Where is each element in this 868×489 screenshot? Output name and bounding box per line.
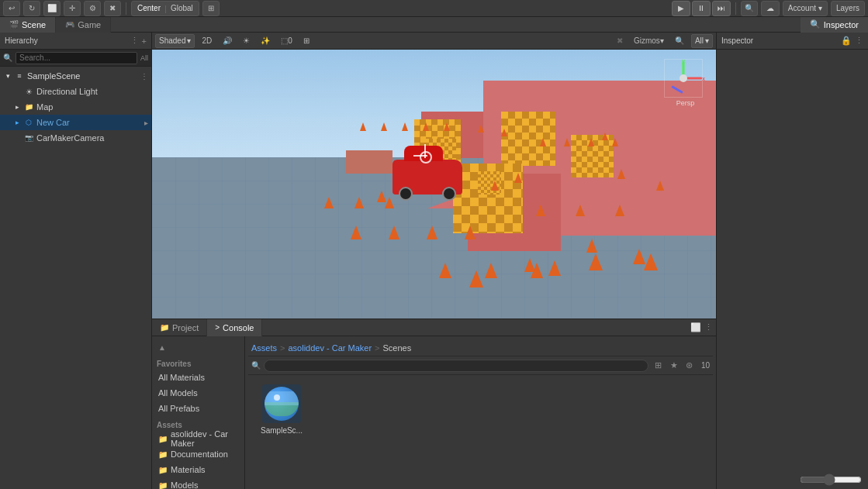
transform-button[interactable]: ✛: [64, 1, 81, 16]
map-icon: 📁: [23, 102, 34, 112]
scene-view[interactable]: x y Persp: [152, 50, 716, 319]
breadcrumb-sep-1: >: [280, 343, 285, 353]
scene-canvas: x y Persp: [152, 50, 716, 319]
bottom-menu-button[interactable]: ⋮: [704, 322, 713, 332]
project-item-all-models[interactable]: All Models: [152, 385, 244, 401]
cloud-button[interactable]: ☁: [761, 1, 780, 16]
inspector-lock-button[interactable]: 🔒: [841, 36, 852, 46]
all-materials-label: All Materials: [158, 373, 205, 382]
hierarchy-item-new-car[interactable]: ▸ ⬡ New Car ▸: [0, 115, 151, 130]
hierarchy-header: Hierarchy ⋮ +: [0, 33, 151, 50]
tab-game[interactable]: 🎮 Game: [56, 17, 111, 33]
settings-button[interactable]: ⚙: [84, 1, 101, 16]
hierarchy-add-button[interactable]: +: [142, 36, 147, 46]
transform-group: Center | Global: [131, 1, 199, 16]
console-tab-label: Console: [223, 323, 254, 332]
breadcrumb-car-maker[interactable]: asoliddev - Car Maker: [288, 343, 372, 353]
persp-label: Persp: [664, 99, 707, 107]
expand-icon-dl: [12, 87, 22, 96]
close-button[interactable]: ✖: [104, 1, 121, 16]
layers-button[interactable]: Layers: [831, 1, 865, 16]
scene-menu-button[interactable]: ⋮: [140, 72, 148, 81]
save-layout-button[interactable]: ⊞: [652, 359, 666, 373]
step-button[interactable]: ⏭: [712, 1, 731, 16]
redo-button[interactable]: ↻: [23, 1, 40, 16]
hierarchy-item-samplescene[interactable]: ▾ ≡ SampleScene ⋮: [0, 68, 151, 84]
select-button[interactable]: ⬜: [43, 1, 61, 16]
project-item-car-maker[interactable]: 📁 asoliddev - Car Maker: [152, 431, 244, 446]
account-button[interactable]: Account ▾: [783, 1, 828, 16]
inspector-tab[interactable]: 🔍 Inspector: [801, 17, 868, 33]
all-dropdown[interactable]: All ▾: [691, 34, 713, 48]
asset-item-samplescene[interactable]: SampleSc...: [254, 381, 309, 438]
inspector-menu-button[interactable]: ⋮: [855, 36, 863, 46]
bottom-content: ▲ Favorites All Materials All Models All…: [152, 336, 716, 489]
scene-tab-icon: 🎬: [9, 20, 19, 29]
hierarchy-menu-button[interactable]: ⋮: [130, 36, 139, 46]
folder-icon-models: 📁: [158, 481, 168, 490]
hierarchy-item-carmakercamera[interactable]: 📷 CarMakerCamera: [0, 130, 151, 146]
all-prefabs-label: All Prefabs: [158, 404, 199, 413]
pink-block-left: [346, 150, 393, 174]
expand-icon-car: ▸: [12, 118, 22, 127]
hierarchy-item-map[interactable]: ▸ 📁 Map: [0, 99, 151, 115]
grid-button[interactable]: ⊞: [202, 1, 220, 16]
inspector-panel-title: Inspector: [721, 36, 838, 45]
project-up-button[interactable]: ▲: [152, 339, 244, 355]
layer-toggle[interactable]: ⬚ 0: [277, 34, 296, 48]
favorite-button[interactable]: ★: [667, 359, 681, 373]
scene-icon: ≡: [14, 71, 25, 81]
project-asset-icons: ⊞ ★ ⊛ 10: [652, 359, 710, 373]
shaded-dropdown[interactable]: Shaded ▾: [155, 34, 195, 48]
center-option[interactable]: Center: [135, 4, 163, 12]
gizmo-compass: x y Persp: [664, 59, 707, 113]
inspector-content: [717, 50, 868, 489]
directional-light-icon: ☀: [23, 86, 34, 97]
expand-icon-map: ▸: [12, 102, 22, 112]
tab-project[interactable]: 📁 Project: [152, 319, 207, 336]
search-scene-button[interactable]: 🔍: [671, 34, 688, 48]
lighting-button[interactable]: ☀: [239, 34, 254, 48]
scene-toolbar: Shaded ▾ 2D 🔊 ☀ ✨ ⬚ 0 ⊞ ✖ Gizmos ▾ 🔍: [152, 33, 716, 50]
cone-13: [377, 191, 386, 202]
new-car-label: New Car: [36, 118, 70, 127]
cursor-h: [413, 155, 427, 157]
project-search-input[interactable]: [264, 360, 648, 372]
scene-toolbar-right: ✖ Gizmos ▾ 🔍 All ▾: [613, 34, 713, 48]
search-button[interactable]: 🔍: [741, 1, 758, 16]
audio-button[interactable]: 🔊: [219, 34, 236, 48]
project-item-all-materials[interactable]: All Materials: [152, 370, 244, 385]
top-toolbar: ↩ ↻ ⬜ ✛ ⚙ ✖ Center | Global ⊞ ▶ ⏸ ⏭ 🔍 ☁ …: [0, 0, 868, 17]
car-wheel-right: [442, 187, 456, 201]
scene-cursor: [420, 151, 432, 164]
cone-4: [633, 249, 645, 264]
filter-button[interactable]: ⊛: [683, 359, 697, 373]
hierarchy-all-label: All: [140, 54, 148, 62]
project-search-icon: 🔍: [251, 361, 261, 370]
project-item-materials[interactable]: 📁 Materials: [152, 462, 244, 477]
game-tab-icon: 🎮: [65, 20, 74, 29]
all-label: All: [695, 36, 704, 45]
pause-button[interactable]: ⏸: [692, 1, 711, 16]
fx-button[interactable]: ✨: [257, 34, 274, 48]
inspector-icon: 🔍: [810, 19, 821, 29]
scene-options-button[interactable]: ✖: [613, 34, 627, 48]
mode-2d-button[interactable]: 2D: [198, 34, 216, 48]
breadcrumb-assets[interactable]: Assets: [251, 343, 277, 353]
expand-icon: ▾: [3, 71, 12, 81]
scene-tab-label: Scene: [22, 20, 46, 29]
project-item-models[interactable]: 📁 Models: [152, 477, 244, 489]
bottom-panel: 📁 Project > Console ⬜ ⋮ ▲: [152, 319, 716, 489]
tab-scene[interactable]: 🎬 Scene: [0, 17, 56, 33]
grid-scene-button[interactable]: ⊞: [299, 34, 313, 48]
play-button[interactable]: ▶: [672, 1, 690, 16]
hierarchy-item-directional-light[interactable]: ☀ Directional Light: [0, 84, 151, 99]
project-item-all-prefabs[interactable]: All Prefabs: [152, 401, 244, 416]
project-item-documentation[interactable]: 📁 Documentation: [152, 446, 244, 462]
tab-console[interactable]: > Console: [207, 319, 262, 336]
maximize-bottom-button[interactable]: ⬜: [690, 322, 701, 332]
undo-button[interactable]: ↩: [3, 1, 20, 16]
hierarchy-search-input[interactable]: [16, 52, 137, 64]
global-option[interactable]: Global: [168, 4, 195, 12]
gizmos-button[interactable]: Gizmos ▾: [630, 34, 668, 48]
